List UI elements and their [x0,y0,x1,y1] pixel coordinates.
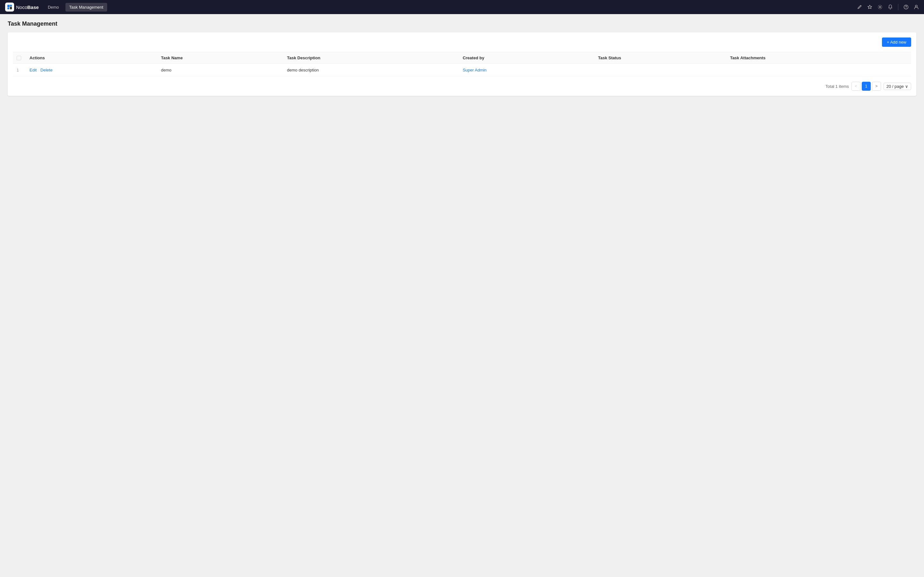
task-name-cell: demo [157,64,283,77]
svg-point-2 [906,8,906,8]
logo-text: NocoBase [16,5,39,10]
pin-icon[interactable] [867,5,872,10]
col-header-actions: Actions [26,52,157,64]
col-header-task-name: Task Name [157,52,283,64]
created-by-cell: Super Admin [459,64,594,77]
delete-link[interactable]: Delete [40,68,53,73]
page-title: Task Management [8,21,916,27]
task-status-cell [594,64,726,77]
logo-icon [5,3,14,11]
pagination-page-1-button[interactable]: 1 [862,82,871,91]
task-attachments-cell [726,64,911,77]
chevron-down-icon: ∨ [905,84,908,89]
table-body: 1 Edit Delete demo demo description Supe… [13,64,911,77]
table-toolbar: + Add new [13,37,911,47]
settings-icon[interactable] [877,5,883,10]
col-header-task-description: Task Description [283,52,459,64]
row-checkbox-cell: 1 [13,64,26,77]
navbar: NocoBase Demo Task Management [0,0,924,14]
col-header-task-attachments: Task Attachments [726,52,911,64]
navbar-left: NocoBase Demo Task Management [5,3,107,11]
pagination-total: Total 1 items [825,84,849,89]
row-actions-cell: Edit Delete [26,64,157,77]
select-all-checkbox[interactable] [17,56,21,60]
user-icon[interactable] [914,5,919,10]
pagination-next-button[interactable]: > [872,82,881,91]
logo[interactable]: NocoBase [5,3,39,11]
help-icon[interactable] [903,5,909,10]
row-number: 1 [17,68,19,73]
table-container: + Add new Actions Task Name Task Descrip… [8,32,916,96]
page-size-label: 20 / page [887,84,904,89]
navbar-right [857,4,919,10]
svg-point-3 [915,5,917,7]
table-row: 1 Edit Delete demo demo description Supe… [13,64,911,77]
svg-point-0 [879,6,881,8]
table-header-row: Actions Task Name Task Description Creat… [13,52,911,64]
pagination-controls: < 1 > [851,82,881,91]
nav-task-management[interactable]: Task Management [65,3,107,11]
data-table: Actions Task Name Task Description Creat… [13,52,911,77]
table-header: Actions Task Name Task Description Creat… [13,52,911,64]
bell-icon[interactable] [888,5,893,10]
add-new-button[interactable]: + Add new [882,37,911,47]
page-size-selector[interactable]: 20 / page ∨ [884,83,911,90]
col-header-created-by: Created by [459,52,594,64]
pagination-prev-button[interactable]: < [851,82,861,91]
nav-demo[interactable]: Demo [44,3,63,11]
task-description-cell: demo description [283,64,459,77]
navbar-divider [898,4,898,10]
pencil-icon[interactable] [857,5,862,10]
col-header-task-status: Task Status [594,52,726,64]
created-by-link[interactable]: Super Admin [463,68,486,73]
checkbox-header [13,52,26,64]
page-content: Task Management + Add new Actions Task N… [0,14,924,102]
pagination: Total 1 items < 1 > 20 / page ∨ [13,82,911,91]
edit-link[interactable]: Edit [29,68,37,73]
